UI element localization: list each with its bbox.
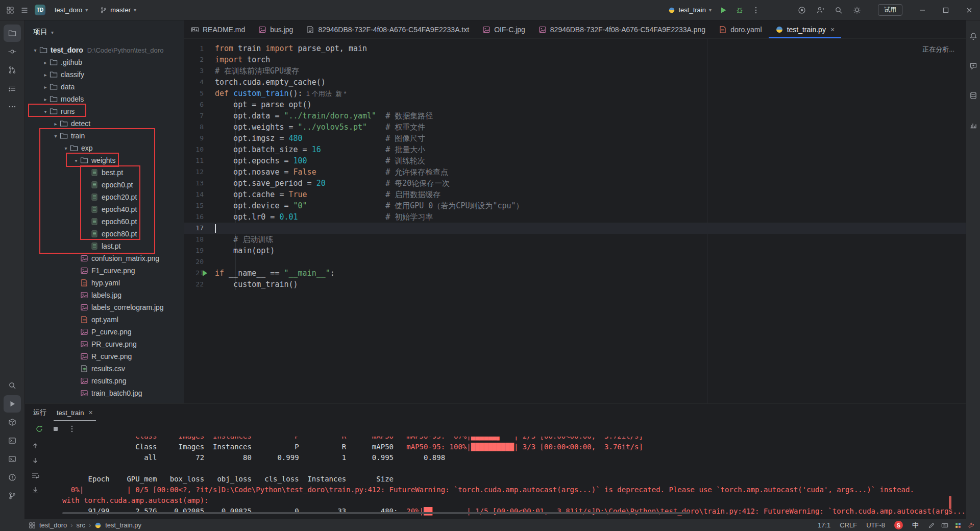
editor[interactable]: 1from train import parse_opt, main2impor… (184, 39, 966, 403)
database-button[interactable] (965, 87, 980, 104)
arrow-down-button[interactable] (31, 456, 39, 465)
chevron-right-icon[interactable]: ▸ (41, 84, 50, 90)
chevron-down-icon[interactable]: ▾ (52, 133, 60, 139)
tree-item-best-pt[interactable]: best.pt (25, 166, 184, 179)
sogou-ime-icon[interactable]: S (894, 521, 903, 529)
chevron-right-icon[interactable]: ▸ (52, 121, 60, 127)
chevron-right-icon[interactable]: ▸ (41, 72, 50, 78)
encoding-widget[interactable]: UTF-8 (866, 521, 885, 529)
tree-item-opt-yaml[interactable]: opt.yaml (25, 313, 184, 326)
tree-item-confusion-matrix-png[interactable]: confusion_matrix.png (25, 252, 184, 264)
tree-item-github[interactable]: ▸.github (25, 56, 184, 68)
tree-item-epoch0-pt[interactable]: epoch0.pt (25, 179, 184, 191)
chevron-down-icon[interactable]: ▾ (72, 158, 80, 163)
structure-button[interactable] (4, 80, 21, 97)
tab-test-train-py[interactable]: test_train.py× (769, 20, 841, 38)
maximize-button[interactable] (935, 0, 957, 20)
branch-widget[interactable]: master ▾ (97, 4, 139, 16)
line-separator-widget[interactable]: CRLF (840, 521, 857, 529)
ai-assistant-button[interactable] (965, 57, 980, 75)
chevron-right-icon[interactable]: ▸ (41, 96, 50, 102)
problems-button[interactable] (4, 469, 21, 486)
more-button[interactable] (4, 98, 21, 115)
tree-item-p-curve-png[interactable]: P_curve.png (25, 326, 184, 338)
pull-requests-button[interactable] (4, 61, 21, 79)
find-button[interactable] (4, 377, 21, 394)
close-icon[interactable]: × (88, 408, 92, 417)
vertical-scrollbar[interactable] (949, 496, 951, 509)
project-folder-button[interactable] (4, 25, 21, 42)
horizontal-scrollbar[interactable] (62, 512, 690, 514)
tree-item-models[interactable]: ▸models (25, 93, 184, 105)
project-panel-header[interactable]: 项目 ▾ (25, 20, 184, 44)
caret-position-widget[interactable]: 17:1 (818, 521, 830, 529)
run-line-icon[interactable] (203, 270, 207, 276)
tree-item-data[interactable]: ▸data (25, 81, 184, 93)
ime-language-indicator[interactable]: 中 (912, 521, 919, 530)
close-window-button[interactable] (959, 0, 980, 20)
tab-readme-md[interactable]: README.md (184, 20, 252, 38)
wrench-icon[interactable] (968, 522, 975, 529)
scroll-to-end-button[interactable] (31, 486, 39, 494)
tab-82946db8-732f-4f08-a676-c54fa9e2233a-txt[interactable]: 82946DB8-732F-4f08-A676-C54FA9E2233A.txt (300, 20, 476, 38)
chevron-right-icon[interactable]: ▸ (41, 60, 50, 65)
main-menu-icon[interactable] (20, 6, 29, 14)
debug-button[interactable] (732, 3, 747, 18)
keyboard-icon[interactable] (941, 522, 948, 529)
tree-item-weights[interactable]: ▾weights (25, 154, 184, 166)
chevron-down-icon[interactable]: ▾ (31, 47, 39, 53)
project-switcher[interactable]: test_doro ▾ (52, 4, 91, 16)
terminal-button[interactable] (4, 450, 21, 468)
tree-item-epoch40-pt[interactable]: epoch40.pt (25, 203, 184, 215)
breadcrumb-item-test-doro[interactable]: test_doro (39, 521, 67, 529)
stop-button[interactable] (52, 425, 60, 433)
soft-wrap-button[interactable] (31, 471, 39, 479)
tree-item-r-curve-png[interactable]: R_curve.png (25, 350, 184, 363)
kebab-button[interactable] (68, 425, 76, 433)
close-icon[interactable]: × (830, 26, 835, 34)
trial-badge[interactable]: 试用 (878, 4, 902, 16)
tree-item-f1-curve-png[interactable]: F1_curve.png (25, 264, 184, 277)
rerun-button[interactable] (35, 425, 43, 433)
tree-item-detect[interactable]: ▸detect (25, 117, 184, 130)
tree-item-runs[interactable]: ▾runs (25, 105, 184, 117)
version-control-button[interactable] (4, 487, 21, 504)
tree-item-epoch80-pt[interactable]: epoch80.pt (25, 228, 184, 240)
more-actions-button[interactable] (748, 3, 764, 18)
run-tab-test-train[interactable]: test_train × (54, 404, 96, 421)
run-config-selector[interactable]: test_train ▾ (665, 4, 715, 16)
tree-item-results-csv[interactable]: results.csv (25, 363, 184, 375)
sci-view-button[interactable] (965, 116, 980, 134)
tree-item-exp[interactable]: ▾exp (25, 142, 184, 154)
tree-item-results-png[interactable]: results.png (25, 375, 184, 387)
tree-item-classify[interactable]: ▸classify (25, 68, 184, 81)
settings-button[interactable] (849, 3, 865, 18)
grid4-icon[interactable] (954, 522, 962, 529)
tree-item-epoch60-pt[interactable]: epoch60.pt (25, 215, 184, 228)
person-add-button[interactable] (813, 3, 828, 18)
tree-item-last-pt[interactable]: last.pt (25, 240, 184, 252)
breadcrumb-item-test-train-py[interactable]: test_train.py (105, 521, 141, 529)
chevron-down-icon[interactable]: ▾ (62, 146, 70, 151)
python-console-button[interactable] (4, 432, 21, 449)
run-button[interactable] (4, 395, 21, 413)
tab-oif-c-jpg[interactable]: OIF-C.jpg (476, 20, 532, 38)
run-button[interactable] (716, 3, 731, 18)
tree-item-epoch20-pt[interactable]: epoch20.pt (25, 191, 184, 203)
tab-doro-yaml[interactable]: doro.yaml (712, 20, 768, 38)
tree-item-labels-correlogram-jpg[interactable]: labels_correlogram.jpg (25, 301, 184, 313)
arrow-up-button[interactable] (31, 442, 39, 450)
breadcrumb-item-src[interactable]: src (77, 521, 85, 529)
project-badge[interactable]: TD (35, 5, 45, 15)
chevron-down-icon[interactable]: ▾ (41, 109, 50, 114)
minimize-button[interactable] (912, 0, 933, 20)
tab-82946db8-732f-4f08-a676-c54fa9e2233a-png[interactable]: 82946DB8-732F-4f08-A676-C54FA9E2233A.png (532, 20, 712, 38)
tree-item-hyp-yaml[interactable]: hyp.yaml (25, 277, 184, 289)
app-logo-icon[interactable] (6, 6, 14, 14)
console-output[interactable]: Class Images Instances P R mAP50 mAP50-9… (45, 437, 966, 519)
python-packages-button[interactable] (4, 414, 21, 431)
tab-bus-jpg[interactable]: bus.jpg (252, 20, 300, 38)
pen-icon[interactable] (928, 522, 935, 529)
tree-item-train-batch0-jpg[interactable]: train_batch0.jpg (25, 387, 184, 399)
search-button[interactable] (831, 3, 846, 18)
